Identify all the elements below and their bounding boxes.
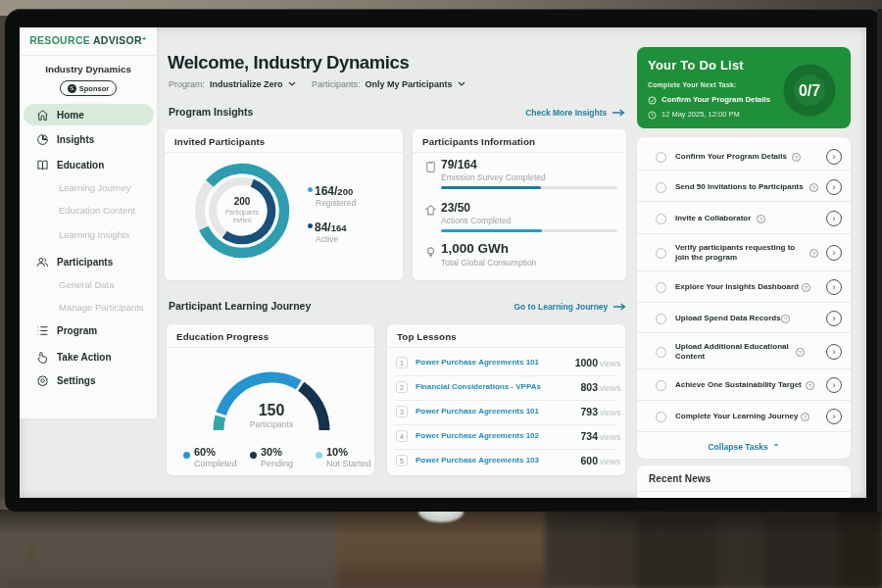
svg-text:0/7: 0/7 xyxy=(799,82,820,99)
